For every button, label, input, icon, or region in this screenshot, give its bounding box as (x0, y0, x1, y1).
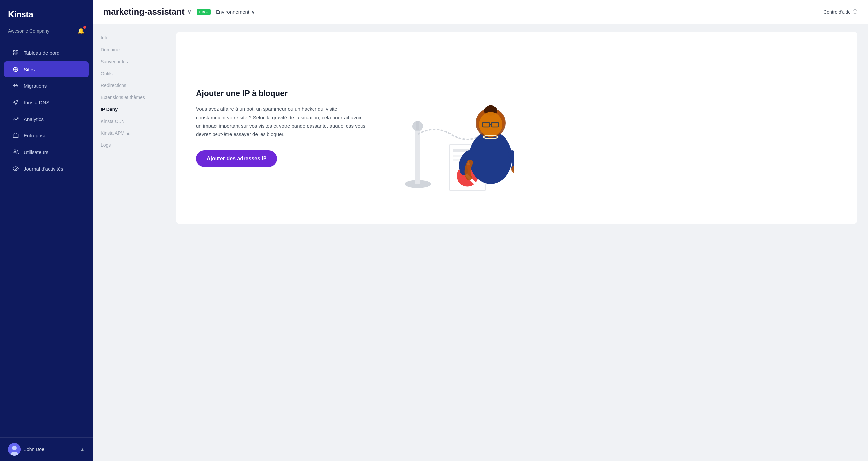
sidebar-item-migrations[interactable]: Migrations (4, 78, 89, 94)
dns-icon (12, 99, 19, 106)
chevron-up-icon[interactable]: ▲ (80, 447, 85, 452)
sidebar-item-label-sites: Sites (24, 67, 35, 72)
sidebar-item-label-utilisateurs: Utilisateurs (24, 149, 48, 155)
header: marketing-assistant ∨ LIVE Environnement… (93, 0, 868, 24)
sidebar-item-entreprise[interactable]: Entreprise (4, 127, 89, 144)
user-info[interactable]: John Doe (8, 443, 44, 456)
subnav-ip-deny[interactable]: IP Deny (93, 103, 165, 115)
sites-icon (12, 66, 19, 73)
svg-rect-2 (13, 53, 15, 55)
help-circle-icon: ⓘ (853, 9, 858, 15)
home-icon (12, 49, 19, 56)
subnav-domaines[interactable]: Domaines (93, 44, 165, 56)
sidebar-item-analytics[interactable]: Analytics (4, 111, 89, 127)
help-label: Centre d'aide (823, 9, 851, 14)
sidebar-item-label-analytics: Analytics (24, 116, 44, 122)
add-ip-button[interactable]: Ajouter des adresses IP (196, 150, 277, 167)
subnav-extensions-themes[interactable]: Extensions et thèmes (93, 91, 165, 103)
svg-rect-0 (13, 50, 15, 52)
sidebar-nav: Tableau de bord Sites Migrations Kinsta … (0, 41, 93, 437)
company-area: Awesome Company 🔔 (0, 25, 93, 41)
svg-point-8 (15, 168, 17, 170)
svg-point-27 (487, 105, 495, 113)
svg-rect-13 (415, 128, 421, 184)
svg-rect-3 (16, 53, 18, 55)
card-description: Vous avez affaire à un bot, un spammeur … (196, 105, 368, 139)
sidebar-footer: John Doe ▲ (0, 437, 93, 461)
users-icon (12, 148, 19, 156)
sub-nav: Info Domaines Sauvegardes Outils Redirec… (93, 24, 165, 461)
logo-area: Kinsta (0, 0, 93, 25)
svg-rect-1 (16, 50, 18, 52)
svg-point-10 (12, 446, 17, 451)
subnav-kinsta-cdn[interactable]: Kinsta CDN (93, 115, 165, 127)
user-name: John Doe (25, 447, 44, 452)
kinsta-logo: Kinsta (8, 9, 85, 20)
bell-icon[interactable]: 🔔 (78, 28, 85, 35)
sidebar-item-label-tableau: Tableau de bord (24, 50, 60, 56)
sidebar-item-label-migrations: Migrations (24, 83, 47, 89)
card-title: Ajouter une IP à bloquer (196, 89, 368, 98)
sidebar-item-label-kinsta-dns: Kinsta DNS (24, 100, 50, 105)
analytics-icon (12, 115, 19, 123)
illustration (388, 58, 514, 197)
ip-deny-card: Ajouter une IP à bloquer Vous avez affai… (176, 32, 858, 224)
migrations-icon (12, 82, 19, 89)
help-link[interactable]: Centre d'aide ⓘ (823, 9, 858, 15)
company-name: Awesome Company (8, 29, 49, 34)
svg-point-7 (14, 150, 16, 152)
subnav-kinsta-apm[interactable]: Kinsta APM ▲ (93, 127, 165, 139)
site-name-text: marketing-assistant (103, 7, 185, 17)
site-name-chevron-icon: ∨ (187, 9, 191, 15)
subnav-logs[interactable]: Logs (93, 139, 165, 151)
site-name[interactable]: marketing-assistant ∨ (103, 7, 191, 17)
svg-rect-5 (13, 134, 18, 138)
sidebar-item-label-entreprise: Entreprise (24, 133, 46, 139)
sidebar-item-sites[interactable]: Sites (4, 61, 89, 77)
svg-rect-15 (416, 121, 419, 130)
subnav-outils[interactable]: Outils (93, 67, 165, 80)
sidebar-item-kinsta-dns[interactable]: Kinsta DNS (4, 94, 89, 110)
page-content: Ajouter une IP à bloquer Vous avez affai… (165, 24, 868, 461)
sidebar-item-label-journal: Journal d'activités (24, 166, 63, 172)
subnav-info[interactable]: Info (93, 32, 165, 44)
header-left: marketing-assistant ∨ LIVE Environnement… (103, 7, 255, 17)
content-area: Info Domaines Sauvegardes Outils Redirec… (93, 24, 868, 461)
sidebar-item-utilisateurs[interactable]: Utilisateurs (4, 144, 89, 160)
entreprise-icon (12, 132, 19, 139)
avatar (8, 443, 21, 456)
env-label: Environnement (216, 9, 249, 14)
sidebar: Kinsta Awesome Company 🔔 Tableau de bord… (0, 0, 93, 461)
live-badge: LIVE (197, 9, 211, 15)
sidebar-item-journal[interactable]: Journal d'activités (4, 161, 89, 177)
subnav-redirections[interactable]: Redirections (93, 80, 165, 91)
env-chevron-icon: ∨ (251, 9, 255, 15)
env-selector[interactable]: Environnement ∨ (216, 9, 255, 15)
notification-badge (84, 26, 86, 29)
card-text-section: Ajouter une IP à bloquer Vous avez affai… (196, 89, 368, 167)
subnav-sauvegardes[interactable]: Sauvegardes (93, 56, 165, 67)
sidebar-item-tableau[interactable]: Tableau de bord (4, 45, 89, 61)
main-content: marketing-assistant ∨ LIVE Environnement… (93, 0, 868, 461)
journal-icon (12, 165, 19, 172)
